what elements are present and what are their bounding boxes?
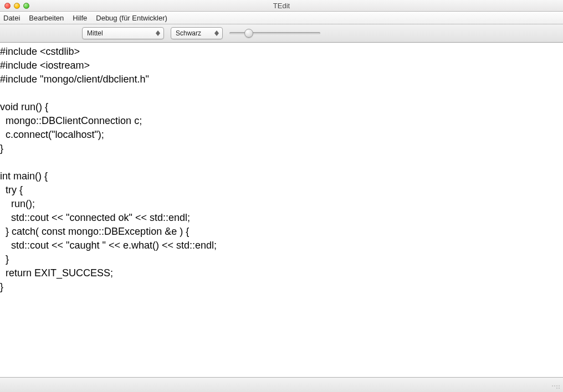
editor-area[interactable]: #include <cstdlib> #include <iostream> #… <box>0 43 563 377</box>
slider-track <box>229 32 320 34</box>
close-icon[interactable] <box>4 3 11 9</box>
updown-icon <box>213 28 220 39</box>
updown-icon <box>155 28 161 39</box>
minimize-icon[interactable] <box>14 3 20 9</box>
menubar: Datei Bearbeiten Hilfe Debug (für Entwic… <box>0 12 563 24</box>
toolbar: Mittel Schwarz <box>0 24 563 43</box>
statusbar <box>0 377 563 392</box>
editor-content[interactable]: #include <cstdlib> #include <iostream> #… <box>0 43 563 294</box>
window-title: TEdit <box>0 2 563 10</box>
font-color-select[interactable]: Schwarz <box>171 27 223 39</box>
zoom-icon[interactable] <box>23 3 29 9</box>
resize-grip-icon[interactable] <box>552 381 560 389</box>
window-controls <box>0 3 29 9</box>
font-color-value: Schwarz <box>171 29 213 37</box>
font-size-value: Mittel <box>83 29 115 37</box>
font-size-select[interactable]: Mittel <box>82 27 164 39</box>
menu-bearbeiten[interactable]: Bearbeiten <box>29 14 64 22</box>
slider-thumb[interactable] <box>244 29 253 38</box>
window: TEdit Datei Bearbeiten Hilfe Debug (für … <box>0 0 563 392</box>
menu-datei[interactable]: Datei <box>3 14 20 22</box>
zoom-slider[interactable] <box>229 29 320 38</box>
titlebar: TEdit <box>0 0 563 12</box>
menu-debug[interactable]: Debug (für Entwickler) <box>96 14 167 22</box>
menu-hilfe[interactable]: Hilfe <box>73 14 87 22</box>
